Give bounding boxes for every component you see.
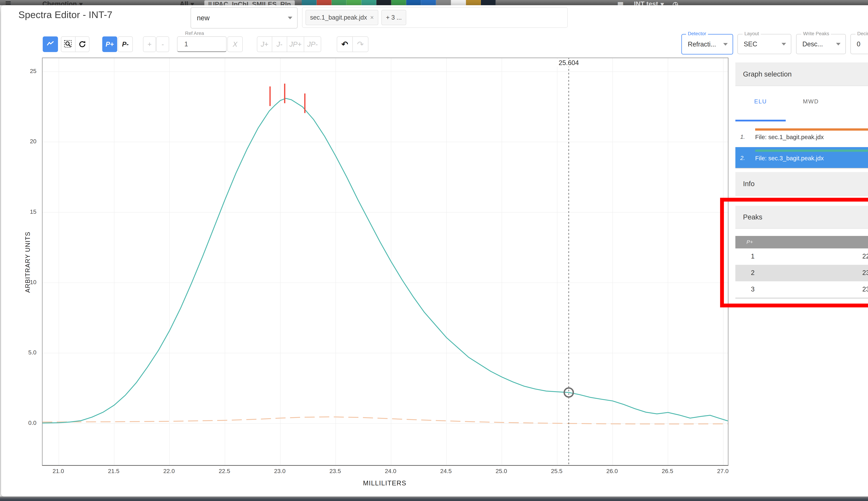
peak-x-value: 23.0394 <box>787 286 868 293</box>
app-menu[interactable]: Chemotion <box>42 0 77 5</box>
decimal-value: 0 <box>851 40 868 48</box>
chevron-down-icon <box>288 17 292 19</box>
browser-toolbar-icon[interactable] <box>391 0 406 5</box>
y-tick-label: 15 <box>10 208 36 215</box>
x-tick-label: 25.5 <box>543 468 571 475</box>
ref-area-input[interactable]: 1 <box>177 36 227 52</box>
browser-top-strip: ☰ Chemotion ▾ All ▾ IUPAC, InChI, SMILES… <box>0 0 868 5</box>
search-input[interactable]: IUPAC, InChI, SMILES, RIn <box>204 0 295 5</box>
write-peaks-value: Desc... <box>796 40 836 48</box>
browser-toolbar-icon[interactable] <box>466 0 481 5</box>
graph-selection-header[interactable]: Graph selection <box>735 62 868 86</box>
layout-value: SEC <box>738 40 782 48</box>
file-list-item-1[interactable]: 1. File: sec.1_bagit.peak.jdx <box>735 126 868 147</box>
browser-toolbar-icon[interactable] <box>362 0 376 5</box>
area-plus-button[interactable]: + <box>143 36 156 52</box>
peak-row[interactable]: 323.03942.31e+1× <box>735 281 868 298</box>
file-list-item-2[interactable]: 2. File: sec.3_bagit.peak.jdx <box>735 147 868 168</box>
user-caret-icon: ▾ <box>660 0 664 5</box>
file-chip-more-label: + 3 ... <box>386 14 402 21</box>
line-chart-mode-button[interactable] <box>43 36 58 52</box>
chevron-down-icon <box>723 43 728 46</box>
peaks-table: P+ X Y - 122.90712.29e+1×223.22142.24e+1… <box>735 236 868 298</box>
info-header[interactable]: Info <box>735 172 868 196</box>
file-item-index: 2. <box>740 155 745 161</box>
grid-icon[interactable]: ▦ <box>617 0 624 5</box>
peak-number: 1 <box>746 253 760 260</box>
browser-toolbar-icon[interactable] <box>332 0 346 5</box>
table-bottom-border <box>735 298 868 298</box>
write-peaks-label: Write Peaks <box>801 31 831 36</box>
x-tick-label: 26.0 <box>598 468 626 475</box>
file-chip[interactable]: sec.1_bagit.peak.jdx × <box>305 10 378 25</box>
area-minus-button[interactable]: - <box>156 36 169 52</box>
redo-button[interactable]: ↷ <box>353 36 368 52</box>
peak-row[interactable]: 122.90712.29e+1× <box>735 248 868 265</box>
tab-mwd[interactable]: MWD <box>786 98 836 105</box>
file-chip-label: sec.1_bagit.peak.jdx <box>310 14 367 21</box>
peaks-header[interactable]: Peaks <box>735 206 868 228</box>
layout-select[interactable]: SEC <box>738 34 791 54</box>
peak-add-button[interactable]: P+ <box>102 36 117 52</box>
preset-select[interactable]: new <box>191 7 297 29</box>
write-peaks-select[interactable]: Desc... <box>796 34 846 54</box>
browser-toolbar-icon[interactable] <box>421 0 436 5</box>
browser-toolbar-icon[interactable] <box>302 0 317 5</box>
files-multiselect[interactable]: sec.1_bagit.peak.jdx × + 3 ... <box>302 7 568 28</box>
jp-plus-button[interactable]: JP+ <box>287 36 304 52</box>
peak-number: 2 <box>746 269 760 277</box>
scope-select[interactable]: All <box>180 0 188 5</box>
y-tick-label: 5.0 <box>10 349 36 356</box>
x-tick-label: 21.5 <box>100 468 128 475</box>
graph-selection-title: Graph selection <box>743 70 792 78</box>
hamburger-icon[interactable]: ☰ <box>5 0 11 5</box>
undo-button[interactable]: ↶ <box>337 36 353 52</box>
info-title: Info <box>743 180 755 188</box>
x-tick-label: 22.5 <box>211 468 238 475</box>
chip-close-icon[interactable]: × <box>370 14 374 21</box>
j-minus-button[interactable]: J- <box>272 36 287 52</box>
detector-label: Detector <box>686 31 708 36</box>
tab-elu[interactable]: ELU <box>735 98 786 105</box>
spectrum-plot[interactable]: 25.604 <box>42 57 729 466</box>
reset-zoom-button[interactable] <box>75 36 90 52</box>
clear-button[interactable]: X <box>228 36 243 52</box>
page-title: Spectra Editor - INT-7 <box>18 9 113 20</box>
file-color-bar <box>755 128 868 131</box>
browser-toolbar-icon[interactable] <box>436 0 451 5</box>
ref-area-value: 1 <box>177 40 188 48</box>
browser-toolbar-icon[interactable] <box>376 0 391 5</box>
j-plus-button[interactable]: J+ <box>257 36 272 52</box>
peak-row[interactable]: 223.22142.24e+1× <box>735 265 868 281</box>
clock-icon[interactable]: ◷ <box>672 0 678 5</box>
jp-minus-button[interactable]: JP- <box>304 36 321 52</box>
browser-toolbar-icon[interactable] <box>451 0 466 5</box>
detector-select[interactable]: Refracti... <box>681 34 733 54</box>
zoom-select-button[interactable] <box>61 36 75 52</box>
browser-toolbar-icon[interactable] <box>317 0 332 5</box>
browser-toolbar-icon[interactable] <box>481 0 496 5</box>
user-menu[interactable]: INT test <box>634 0 658 5</box>
peak-x-value: 22.9071 <box>787 253 868 260</box>
cursor-position-label: 25.604 <box>557 59 581 67</box>
browser-toolbar-icons <box>302 0 496 5</box>
zoom-select-icon <box>64 40 73 49</box>
spectrum-svg <box>43 58 728 465</box>
decimal-label: Decimal <box>856 31 868 36</box>
active-tab-indicator <box>735 120 786 121</box>
file-chip-more[interactable]: + 3 ... <box>381 10 406 25</box>
x-tick-label: 25.0 <box>488 468 515 475</box>
decimal-select[interactable]: 0 <box>850 34 868 54</box>
peak-remove-button[interactable]: P- <box>118 36 133 52</box>
file-item-index: 1. <box>740 134 745 140</box>
y-tick-label: 0.0 <box>10 419 36 426</box>
browser-toolbar-icon[interactable] <box>406 0 421 5</box>
ref-area-label: Ref Area <box>183 31 206 36</box>
preset-select-value: new <box>191 14 288 22</box>
file-color-bar <box>755 150 868 152</box>
x-tick-label: 27.0 <box>709 468 737 475</box>
chevron-down-icon <box>782 43 786 45</box>
peak-number: 3 <box>746 286 760 293</box>
x-tick-label: 23.0 <box>266 468 294 475</box>
browser-toolbar-icon[interactable] <box>346 0 362 5</box>
